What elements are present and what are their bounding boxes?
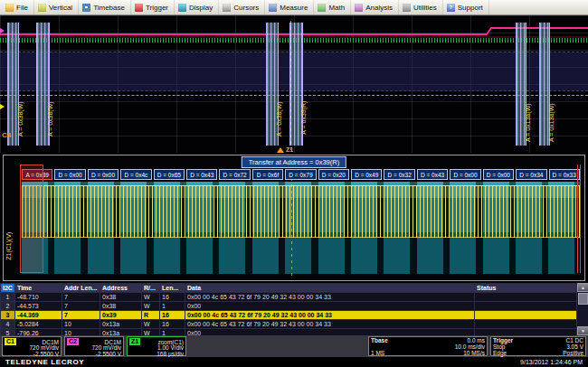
c2-tab: C2: [67, 338, 79, 345]
cell-rw: W: [142, 329, 160, 336]
menu-math[interactable]: Math: [314, 0, 351, 14]
col-rw[interactable]: R/...: [142, 284, 160, 293]
zoom-position-cursor[interactable]: [290, 21, 291, 153]
menu-cursors[interactable]: Cursors: [219, 0, 265, 14]
timebase-descriptor[interactable]: Tbase0.0 ms 10.0 ms/div 1 MS10 MS/s: [368, 336, 488, 356]
table-row[interactable]: 5-796.26100x13aW10x00: [1, 329, 577, 336]
decode-table-body: 1-48.71070x38W160x00 00 4c 65 43 72 6f 7…: [1, 293, 577, 336]
table-scrollbar[interactable]: ▲ ▼: [576, 283, 588, 335]
cell-addr_len: 10: [62, 329, 100, 336]
c2-descriptor[interactable]: C2 DC1M 720 mV/div -2.5500 V: [64, 336, 124, 356]
zoom-graticule[interactable]: Transfer at Address = 0x39(R) A = 0x39D …: [3, 155, 585, 281]
acquisition-graticule[interactable]: A = 0x38(W) A = 0x38(W) A = 0x38(W) A = …: [0, 15, 588, 153]
menu-trigger[interactable]: Trigger: [131, 0, 175, 14]
menu-label: File: [16, 4, 28, 12]
decode-data-box: D = 0x32: [384, 169, 414, 180]
timebase-icon: [82, 4, 90, 12]
z1-descriptor[interactable]: Z1 zoom(C1) 1.00 V/div 168 µs/div: [127, 336, 186, 356]
footer-bar: TELEDYNE LECROY 9/13/2012 1:24:46 PM: [0, 357, 588, 367]
analysis-icon: [355, 4, 363, 12]
decode-data-box: D = 0x00: [450, 169, 480, 180]
menu-vertical[interactable]: Vertical: [34, 0, 79, 14]
transfer-band[interactable]: A = 0x38(W): [36, 23, 50, 146]
cell-len: 1: [160, 302, 185, 311]
cell-address: 0x38: [100, 293, 142, 302]
tbase-rate: 10 MS/s: [463, 351, 485, 357]
oscilloscope-screen: File Vertical Timebase Trigger Display C…: [0, 0, 588, 367]
math-icon: [318, 4, 326, 12]
table-row[interactable]: 1-48.71070x38W160x00 00 4c 65 43 72 6f 7…: [1, 293, 577, 302]
table-header-row: I2C Time Addr Len... Address R/... Len..…: [1, 284, 577, 293]
scroll-down-icon[interactable]: ▼: [577, 326, 588, 335]
cell-len: 1: [160, 329, 185, 336]
cell-n: 3: [1, 311, 15, 320]
decode-start-gate: [20, 165, 43, 273]
transfer-tooltip: Transfer at Address = 0x39(R): [242, 156, 346, 168]
decode-data-box: D = 0x43: [186, 169, 217, 180]
cell-address: 0x13a: [100, 320, 142, 329]
col-status[interactable]: Status: [475, 284, 577, 293]
transfer-band[interactable]: A = 0x13a(W): [539, 23, 550, 146]
scroll-up-icon[interactable]: ▲: [577, 283, 588, 292]
brand-logo: TELEDYNE LECROY: [5, 358, 84, 366]
protocol-tab[interactable]: I2C: [1, 284, 15, 293]
z1-zoom-marker[interactable]: Z1: [277, 146, 293, 153]
transfer-band[interactable]: A = 0x38(W): [7, 23, 19, 146]
transfer-band[interactable]: A = 0x13a(W): [516, 23, 526, 146]
col-addr-len[interactable]: Addr Len...: [62, 284, 100, 293]
cell-addr_len: 7: [62, 311, 100, 320]
menu-analysis[interactable]: Analysis: [351, 0, 399, 14]
menu-timebase[interactable]: Timebase: [79, 0, 131, 14]
menu-file[interactable]: File: [2, 0, 34, 14]
col-time[interactable]: Time: [15, 284, 62, 293]
cell-time: -44.573: [15, 302, 62, 311]
menu-label: Analysis: [365, 4, 393, 12]
menu-measure[interactable]: Measure: [265, 0, 314, 14]
decode-data-box: D = 0x20: [318, 169, 349, 180]
decode-data-box: D = 0x00: [88, 169, 119, 180]
cell-addr_len: 7: [62, 302, 100, 311]
table-row[interactable]: 3-44.36970x39R160x00 00 4c 65 43 72 6f 7…: [1, 311, 577, 320]
tbase-label: Tbase: [371, 338, 388, 344]
cell-address: 0x13a: [100, 329, 142, 336]
tbase-samples: 1 MS: [371, 351, 384, 357]
cell-time: -44.369: [15, 311, 62, 320]
transfer-band[interactable]: A = 0x38(W): [266, 23, 279, 146]
c1-offset-marker-icon[interactable]: [0, 104, 5, 109]
menu-utilities[interactable]: Utilities: [399, 0, 443, 14]
menu-display[interactable]: Display: [175, 0, 219, 14]
transfer-band-label: A = 0x13a(W): [525, 103, 531, 142]
col-address[interactable]: Address: [100, 284, 142, 293]
decode-data-box: D = 0x34: [516, 169, 546, 180]
decode-data-box: D = 0x72: [219, 169, 250, 180]
cell-len: 16: [160, 311, 185, 320]
cell-n: 2: [1, 302, 15, 311]
menu-label: Timebase: [93, 4, 125, 12]
z1-marker-label: Z1: [286, 146, 293, 153]
menu-support[interactable]: ?Support: [443, 0, 489, 14]
cell-status: [475, 311, 577, 320]
cell-n: 5: [1, 329, 15, 336]
c1-descriptor[interactable]: C1 DC1M 720 mV/div -2.5500 V: [2, 336, 62, 356]
cell-n: 4: [1, 320, 15, 329]
cell-address: 0x38: [100, 302, 142, 311]
c2-offset-marker-icon[interactable]: [0, 28, 5, 33]
table-row[interactable]: 2-44.57370x38W10x00: [1, 302, 577, 311]
trigger-slope: Positive: [563, 351, 583, 357]
cell-rw: W: [142, 320, 160, 329]
scrollbar-thumb[interactable]: [578, 293, 588, 305]
c4-channel-label[interactable]: C4: [2, 131, 11, 139]
z1-waveform-trace: [22, 185, 580, 238]
transfer-band-label: A = 0x38(W): [276, 101, 282, 136]
col-data[interactable]: Data: [185, 284, 475, 293]
trigger-descriptor[interactable]: TriggerC1 DC Stop3.05 V EdgePositive: [490, 336, 586, 356]
cell-status: [475, 302, 577, 311]
decode-data-box: D = 0x49: [351, 169, 382, 180]
cell-data: 0x00 00 4c 65 43 72 6f 79 20 49 32 43 00…: [185, 311, 475, 320]
col-len[interactable]: Len...: [160, 284, 185, 293]
menu-label: Display: [189, 4, 213, 12]
table-row[interactable]: 4-5.0284100x13aW160x00 00 4c 65 43 72 6f…: [1, 320, 577, 329]
menu-label: Support: [458, 4, 483, 12]
transfer-band[interactable]: A = 0x39(R): [289, 23, 303, 146]
datetime-label: 9/13/2012 1:24:46 PM: [520, 359, 583, 365]
